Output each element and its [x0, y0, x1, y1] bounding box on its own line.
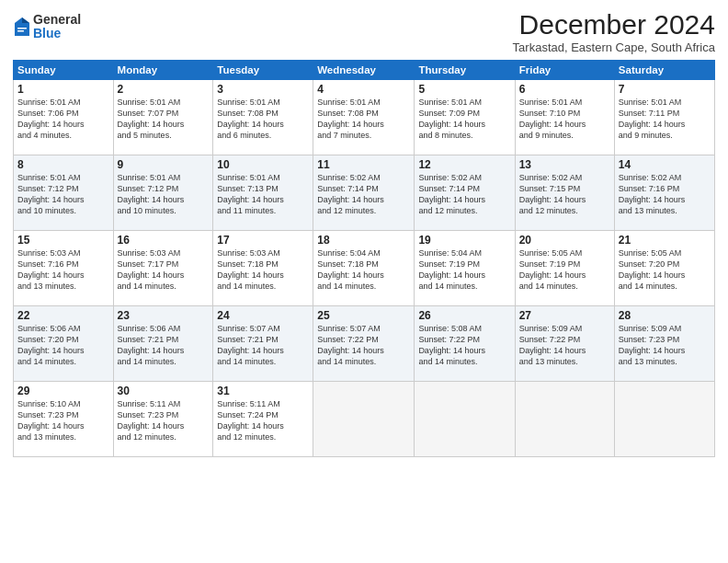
day-info-line: Sunset: 7:20 PM: [619, 259, 711, 270]
day-info-line: Sunrise: 5:08 AM: [418, 323, 510, 334]
day-info: Sunrise: 5:07 AMSunset: 7:22 PMDaylight:…: [317, 323, 410, 368]
day-info-line: Sunrise: 5:06 AM: [118, 323, 210, 334]
day-info-line: and 14 minutes.: [418, 281, 510, 292]
table-row: 3Sunrise: 5:01 AMSunset: 7:08 PMDaylight…: [213, 80, 313, 155]
day-info: Sunrise: 5:09 AMSunset: 7:22 PMDaylight:…: [519, 323, 610, 368]
day-info-line: Daylight: 14 hours: [118, 345, 210, 356]
table-row: [515, 382, 614, 457]
svg-marker-1: [22, 17, 29, 23]
day-info-line: Daylight: 14 hours: [17, 194, 109, 205]
day-info: Sunrise: 5:11 AMSunset: 7:23 PMDaylight:…: [118, 398, 210, 443]
day-info-line: Sunset: 7:23 PM: [118, 409, 210, 420]
day-info-line: and 12 minutes.: [217, 431, 309, 442]
day-info: Sunrise: 5:02 AMSunset: 7:14 PMDaylight:…: [317, 172, 410, 217]
day-info-line: Sunset: 7:15 PM: [519, 183, 610, 194]
day-info-line: Daylight: 14 hours: [619, 345, 711, 356]
table-row: 22Sunrise: 5:06 AMSunset: 7:20 PMDayligh…: [14, 306, 114, 382]
day-info-line: Sunrise: 5:09 AM: [619, 323, 711, 334]
day-info-line: and 14 minutes.: [217, 356, 309, 367]
month-title: December 2024: [513, 9, 715, 40]
table-row: 20Sunrise: 5:05 AMSunset: 7:19 PMDayligh…: [515, 231, 614, 306]
day-number: 25: [317, 309, 410, 322]
calendar-page: General Blue December 2024 Tarkastad, Ea…: [0, 0, 728, 563]
day-info: Sunrise: 5:01 AMSunset: 7:07 PMDaylight:…: [118, 97, 210, 142]
day-info-line: Sunset: 7:16 PM: [17, 259, 109, 270]
day-info-line: Daylight: 14 hours: [217, 194, 309, 205]
day-info-line: and 11 minutes.: [217, 205, 309, 216]
day-number: 27: [519, 309, 610, 322]
day-info-line: Daylight: 14 hours: [418, 270, 510, 281]
day-info-line: Sunrise: 5:03 AM: [17, 247, 109, 259]
day-info-line: Sunset: 7:21 PM: [217, 334, 309, 345]
day-info-line: Sunset: 7:13 PM: [217, 183, 309, 194]
day-info-line: and 13 minutes.: [619, 205, 711, 216]
day-info-line: Sunset: 7:17 PM: [118, 259, 210, 270]
day-info-line: and 9 minutes.: [519, 130, 610, 141]
col-monday: Monday: [113, 61, 213, 80]
day-info-line: Daylight: 14 hours: [118, 119, 210, 130]
day-info-line: Sunset: 7:14 PM: [418, 183, 510, 194]
table-row: 23Sunrise: 5:06 AMSunset: 7:21 PMDayligh…: [113, 306, 213, 382]
day-info-line: Daylight: 14 hours: [217, 345, 309, 356]
day-info-line: Sunset: 7:19 PM: [519, 259, 610, 270]
day-info-line: Sunset: 7:22 PM: [418, 334, 510, 345]
day-info-line: Sunset: 7:07 PM: [118, 108, 210, 119]
col-tuesday: Tuesday: [213, 61, 313, 80]
col-thursday: Thursday: [415, 61, 515, 80]
day-info-line: and 13 minutes.: [17, 431, 109, 442]
table-row: 11Sunrise: 5:02 AMSunset: 7:14 PMDayligh…: [313, 155, 415, 231]
table-row: 12Sunrise: 5:02 AMSunset: 7:14 PMDayligh…: [415, 155, 515, 231]
table-row: 8Sunrise: 5:01 AMSunset: 7:12 PMDaylight…: [14, 155, 114, 231]
day-info-line: and 14 minutes.: [118, 356, 210, 367]
day-number: 22: [17, 309, 109, 322]
day-info-line: and 9 minutes.: [619, 130, 711, 141]
day-info-line: Daylight: 14 hours: [17, 270, 109, 281]
day-number: 8: [17, 158, 109, 171]
table-row: 10Sunrise: 5:01 AMSunset: 7:13 PMDayligh…: [213, 155, 313, 231]
day-info-line: and 13 minutes.: [519, 356, 610, 367]
day-info-line: and 12 minutes.: [519, 205, 610, 216]
day-number: 29: [17, 385, 109, 397]
day-info-line: Sunrise: 5:01 AM: [118, 97, 210, 108]
table-row: 17Sunrise: 5:03 AMSunset: 7:18 PMDayligh…: [213, 231, 313, 306]
day-info-line: Sunrise: 5:07 AM: [317, 323, 410, 334]
day-info-line: and 8 minutes.: [418, 130, 510, 141]
table-row: [415, 382, 515, 457]
day-info-line: and 14 minutes.: [317, 281, 410, 292]
day-number: 11: [317, 158, 410, 171]
day-info-line: Sunset: 7:14 PM: [317, 183, 410, 194]
day-info-line: and 13 minutes.: [17, 281, 109, 292]
title-block: December 2024 Tarkastad, Eastern Cape, S…: [513, 9, 715, 54]
day-info-line: Daylight: 14 hours: [317, 345, 410, 356]
day-info: Sunrise: 5:03 AMSunset: 7:18 PMDaylight:…: [217, 247, 309, 293]
day-info-line: and 12 minutes.: [418, 205, 510, 216]
table-row: 14Sunrise: 5:02 AMSunset: 7:16 PMDayligh…: [614, 155, 714, 231]
day-info-line: Sunset: 7:20 PM: [17, 334, 109, 345]
day-info: Sunrise: 5:02 AMSunset: 7:15 PMDaylight:…: [519, 172, 610, 217]
col-friday: Friday: [515, 61, 614, 80]
day-info-line: Sunset: 7:21 PM: [118, 334, 210, 345]
day-info-line: Sunset: 7:22 PM: [519, 334, 610, 345]
day-info-line: Sunrise: 5:02 AM: [519, 172, 610, 183]
table-row: 5Sunrise: 5:01 AMSunset: 7:09 PMDaylight…: [415, 80, 515, 155]
day-number: 12: [418, 158, 510, 171]
day-info-line: Sunset: 7:23 PM: [17, 409, 109, 420]
day-info-line: Sunrise: 5:01 AM: [17, 97, 109, 108]
calendar-week-row: 15Sunrise: 5:03 AMSunset: 7:16 PMDayligh…: [14, 231, 715, 306]
day-info-line: Sunrise: 5:05 AM: [619, 247, 711, 259]
svg-rect-2: [17, 28, 27, 29]
day-info-line: and 14 minutes.: [619, 281, 711, 292]
day-number: 20: [519, 234, 610, 247]
day-info-line: Daylight: 14 hours: [519, 194, 610, 205]
header: General Blue December 2024 Tarkastad, Ea…: [13, 9, 715, 54]
table-row: 4Sunrise: 5:01 AMSunset: 7:08 PMDaylight…: [313, 80, 415, 155]
day-number: 4: [317, 83, 410, 96]
day-info: Sunrise: 5:03 AMSunset: 7:17 PMDaylight:…: [118, 247, 210, 293]
day-info-line: and 14 minutes.: [519, 281, 610, 292]
day-number: 24: [217, 309, 309, 322]
location: Tarkastad, Eastern Cape, South Africa: [513, 40, 715, 54]
day-info-line: Sunrise: 5:01 AM: [317, 97, 410, 108]
day-info-line: Daylight: 14 hours: [17, 119, 109, 130]
day-number: 6: [519, 83, 610, 96]
day-info: Sunrise: 5:04 AMSunset: 7:19 PMDaylight:…: [418, 247, 510, 293]
